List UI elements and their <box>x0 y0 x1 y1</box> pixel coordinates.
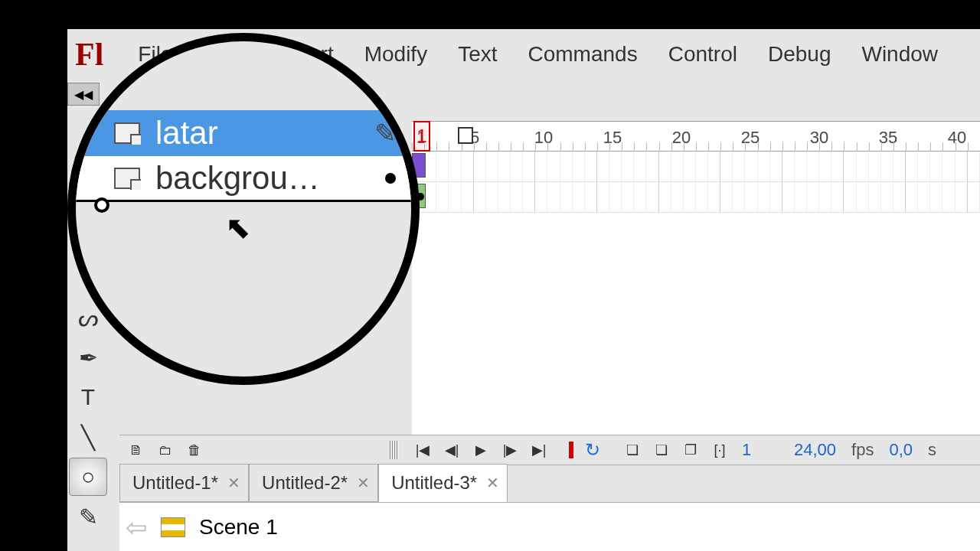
layer-icon <box>114 122 140 144</box>
document-tabs: Untitled-1* ✕ Untitled-2* ✕ Untitled-3* … <box>119 465 980 502</box>
pen-tool-icon[interactable]: ✒ <box>69 338 107 377</box>
close-icon[interactable]: ✕ <box>486 474 499 492</box>
collapse-panel-button[interactable]: ◀◀ <box>67 83 100 106</box>
fps-value-field[interactable]: 24,00 <box>788 440 842 460</box>
edit-multiple-frames-button[interactable]: ❐ <box>678 439 704 461</box>
modify-markers-button[interactable]: [·] <box>707 439 733 461</box>
doc-tab-label: Untitled-1* <box>132 472 218 494</box>
timeline-row-layer-2[interactable] <box>412 182 980 213</box>
loop-button[interactable]: ↻ <box>580 439 606 461</box>
pencil-tool-icon[interactable]: ✎ <box>69 497 107 536</box>
layer-name-label[interactable]: latar <box>155 115 359 152</box>
menu-modify[interactable]: Modify <box>349 29 443 79</box>
center-frame-marker <box>569 442 573 458</box>
close-icon[interactable]: ✕ <box>357 474 370 492</box>
menu-window[interactable]: Window <box>846 29 953 79</box>
menu-control[interactable]: Control <box>653 29 753 79</box>
elapsed-value-field: 0,0 <box>883 440 919 460</box>
visibility-dot-icon[interactable] <box>385 173 396 184</box>
ruler-ticks <box>412 142 980 152</box>
play-button[interactable]: ▶ <box>468 439 494 461</box>
new-folder-button[interactable]: 🗀 <box>152 439 178 461</box>
playhead-frame-label: 1 <box>415 122 429 150</box>
outline-color-box[interactable] <box>458 127 473 144</box>
new-layer-button[interactable]: 🗎 <box>123 439 149 461</box>
timeline-playhead[interactable]: 1 <box>413 121 430 152</box>
app-logo: Fl <box>75 36 103 73</box>
menu-debug[interactable]: Debug <box>753 29 847 79</box>
onion-skin-button[interactable]: ❏ <box>619 439 645 461</box>
elapsed-label: s <box>922 440 952 460</box>
close-icon[interactable]: ✕ <box>227 474 240 492</box>
slider-knob-icon[interactable] <box>94 197 109 213</box>
breadcrumb: ⇦ Scene 1 <box>119 502 980 551</box>
layer-icon <box>114 168 140 189</box>
last-frame-button[interactable]: ▶| <box>526 439 552 461</box>
scene-icon <box>161 517 185 537</box>
timeline-row-layer-1[interactable] <box>412 152 980 182</box>
flash-app-window: Fl File View Insert Modify Text Commands… <box>67 29 980 551</box>
layer-row-background[interactable]: backgrou… <box>76 156 411 202</box>
layer-row-latar[interactable]: latar ✎ <box>76 110 411 156</box>
onion-skin-outlines-button[interactable]: ❏ <box>648 439 675 461</box>
menu-commands[interactable]: Commands <box>513 29 653 79</box>
back-icon[interactable]: ⇦ <box>126 512 147 543</box>
oval-tool-icon[interactable]: ○ <box>69 458 107 496</box>
playback-bar: 🗎 🗀 🗑 |◀ ◀| ▶ |▶ ▶| ↻ ❏ ❏ ❐ [·] 1 24,00 … <box>119 435 980 465</box>
prev-frame-button[interactable]: ◀| <box>439 439 465 461</box>
doc-tab-label: Untitled-2* <box>262 472 348 494</box>
current-frame-field[interactable]: 1 <box>736 440 766 460</box>
edit-pencil-icon: ✎ <box>374 118 396 148</box>
doc-tab-label: Untitled-3* <box>391 472 477 494</box>
menu-text[interactable]: Text <box>443 29 512 79</box>
line-tool-icon[interactable]: ╲ <box>69 418 107 456</box>
cursor-icon: ⬉ <box>225 210 251 245</box>
doc-tab-2[interactable]: Untitled-2* ✕ <box>249 464 378 502</box>
tool-column: ᔕ ✒ T ╲ ○ ✎ <box>67 297 109 551</box>
doc-tab-1[interactable]: Untitled-1* ✕ <box>119 464 249 502</box>
text-tool-icon[interactable]: T <box>69 378 107 416</box>
panel-grip-icon[interactable] <box>390 441 399 459</box>
layer-name-label[interactable]: backgrou… <box>155 160 370 197</box>
first-frame-button[interactable]: |◀ <box>410 439 436 461</box>
magnifier-overlay: latar ✎ backgrou… ⬉ <box>67 33 420 385</box>
delete-layer-button[interactable]: 🗑 <box>181 439 207 461</box>
next-frame-button[interactable]: |▶ <box>497 439 523 461</box>
scene-label[interactable]: Scene 1 <box>199 515 278 540</box>
doc-tab-3[interactable]: Untitled-3* ✕ <box>378 464 508 502</box>
fps-label: fps <box>845 440 880 460</box>
timeline-grid[interactable] <box>412 152 980 458</box>
